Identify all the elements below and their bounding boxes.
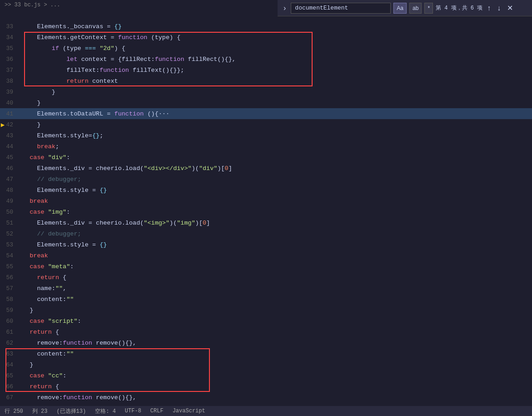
- table-row: 53 Elements.style = {}: [0, 239, 532, 250]
- status-lang: JavaScript: [173, 408, 205, 414]
- line-content: if (type === "2d") {: [20, 45, 532, 52]
- line-content: case "script":: [20, 318, 532, 325]
- table-row: 61 return {: [0, 326, 532, 337]
- line-content: return {: [20, 383, 532, 390]
- line-content: Elements._div = cheerio.load("<img>")("i…: [20, 220, 532, 226]
- table-row: 41 Elements.toDataURL = function (){···: [0, 108, 532, 119]
- line-content: case "img":: [20, 209, 532, 216]
- line-number: 33: [0, 23, 20, 30]
- line-content: Elements.style={};: [20, 132, 532, 139]
- line-content: content:"": [20, 351, 532, 357]
- line-content: Elements._bocanvas = {}: [20, 23, 532, 30]
- table-row: 56 return {: [0, 272, 532, 283]
- table-row: 47 // debugger;: [0, 174, 532, 185]
- line-number: 51: [0, 220, 20, 226]
- table-row: 45 case "div":: [0, 152, 532, 163]
- line-number: 49: [0, 198, 20, 205]
- search-whole-word-button[interactable]: ab: [409, 3, 422, 14]
- status-selection: (已选择13): [56, 407, 86, 415]
- line-content: case "cc":: [20, 372, 532, 379]
- search-regex-button[interactable]: *: [424, 3, 433, 14]
- line-number: 59: [0, 307, 20, 314]
- table-row: 63 content:"": [0, 348, 532, 359]
- line-number: 44: [0, 143, 20, 150]
- line-number: 67: [0, 394, 20, 401]
- line-content: Elements.style = {}: [20, 187, 532, 194]
- line-number: 46: [0, 165, 20, 172]
- table-row: 64 }: [0, 359, 532, 370]
- search-case-sensitive-button[interactable]: Aa: [393, 3, 407, 14]
- search-next-button[interactable]: ↓: [495, 3, 502, 13]
- line-number: 48: [0, 187, 20, 194]
- table-row: 58 content:"": [0, 294, 532, 305]
- line-content: break;: [20, 143, 532, 150]
- status-encoding: UTF-8: [125, 408, 141, 414]
- table-row: 40 }: [0, 97, 532, 108]
- line-number: 38: [0, 78, 20, 85]
- table-row: 33 Elements._bocanvas = {}: [0, 21, 532, 32]
- search-close-button[interactable]: ›: [281, 3, 288, 13]
- line-number: 65: [0, 372, 20, 379]
- line-content: Elements.getContext = function (type) {: [20, 34, 532, 41]
- line-content: // debugger;: [20, 176, 532, 183]
- line-number: 35: [0, 45, 20, 52]
- table-row: 66 return {: [0, 381, 532, 392]
- line-number: 41: [0, 110, 20, 117]
- editor[interactable]: ▶ 33 Elements._bocanvas = {}34 Elements.…: [0, 10, 532, 406]
- line-number: 43: [0, 132, 20, 139]
- line-content: case "meta":: [20, 263, 532, 270]
- table-row: 49 break: [0, 195, 532, 206]
- line-number: 53: [0, 241, 20, 248]
- search-close-x-button[interactable]: ✕: [505, 3, 515, 13]
- table-row: 39 }: [0, 86, 532, 97]
- table-row: 52 // debugger;: [0, 228, 532, 239]
- line-number: 57: [0, 285, 20, 292]
- table-row: 46 Elements._div = cheerio.load("<div></…: [0, 163, 532, 174]
- table-row: 48 Elements.style = {}: [0, 185, 532, 195]
- table-row: 43 Elements.style={};: [0, 130, 532, 141]
- line-content: Elements._div = cheerio.load("<div></div…: [20, 165, 532, 172]
- line-number: 52: [0, 231, 20, 237]
- table-row: 59 }: [0, 305, 532, 316]
- line-content: break: [20, 198, 532, 205]
- search-count: 第 4 项，共 6 项: [436, 4, 482, 12]
- line-number: 39: [0, 89, 20, 95]
- line-content: remove:function remove(){},: [20, 340, 532, 346]
- status-bar: 行 250 列 23 (已选择13) 空格: 4 UTF-8 CRLF Java…: [0, 406, 532, 416]
- line-number: 60: [0, 318, 20, 325]
- table-row: 50 case "img":: [0, 206, 532, 217]
- line-content: fillText:function fillText(){}};: [20, 67, 532, 74]
- line-content: let context = {fillRect:function fillRec…: [20, 56, 532, 63]
- line-content: break: [20, 252, 532, 259]
- status-col: 列 23: [32, 407, 48, 415]
- status-indent: 空格: 4: [95, 407, 116, 415]
- line-content: }: [20, 100, 532, 106]
- table-row: 60 case "script":: [0, 316, 532, 326]
- table-row: 55 case "meta":: [0, 261, 532, 272]
- code-area[interactable]: 33 Elements._bocanvas = {}34 Elements.ge…: [0, 10, 532, 406]
- breadcrumb-text: >> 33 bc.js > ...: [5, 2, 60, 8]
- status-line: 行 250: [5, 407, 23, 415]
- table-row: 37 fillText:function fillText(){}};: [0, 65, 532, 75]
- line-number: 66: [0, 383, 20, 390]
- line-number: 56: [0, 274, 20, 281]
- table-row: 35 if (type === "2d") {: [0, 43, 532, 54]
- line-content: Elements.toDataURL = function (){···: [20, 110, 532, 117]
- line-content: return {: [20, 329, 532, 336]
- line-content: }: [20, 121, 532, 128]
- breadcrumb: >> 33 bc.js > ...: [0, 0, 273, 10]
- line-number: 55: [0, 263, 20, 270]
- search-bar: › Aa ab * 第 4 项，共 6 项 ↑ ↓ ✕: [278, 0, 532, 16]
- execution-arrow: ▶: [0, 119, 5, 130]
- line-content: case "div":: [20, 154, 532, 161]
- table-row: 65 case "cc":: [0, 370, 532, 381]
- search-prev-button[interactable]: ↑: [485, 3, 492, 13]
- line-content: return context: [20, 78, 532, 85]
- status-eol: CRLF: [150, 408, 164, 414]
- table-row: 57 name:"",: [0, 283, 532, 294]
- line-number: 54: [0, 252, 20, 259]
- search-input[interactable]: [291, 3, 391, 14]
- table-row: 54 break: [0, 250, 532, 261]
- table-row: 62 remove:function remove(){},: [0, 337, 532, 348]
- line-number: 36: [0, 56, 20, 63]
